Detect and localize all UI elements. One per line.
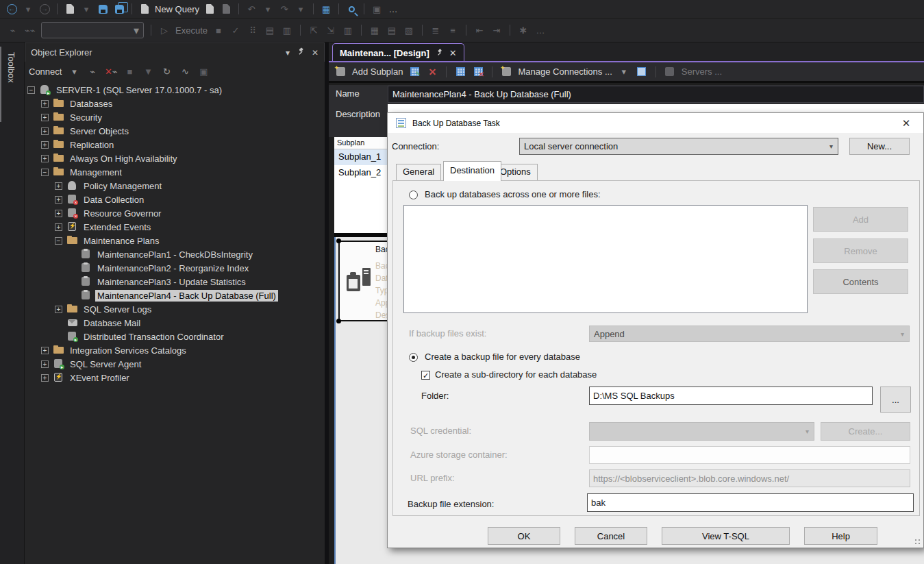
disconnect-icon[interactable]: ✕⌁ bbox=[105, 65, 117, 77]
close-icon[interactable]: ✕ bbox=[312, 48, 319, 58]
backup-file-extension-input[interactable]: bak bbox=[587, 493, 914, 512]
table-designer-icon[interactable]: ▦ bbox=[320, 3, 332, 15]
connection-combobox[interactable]: Local server connection ▾ bbox=[519, 138, 838, 155]
tree-item[interactable]: +Replication bbox=[25, 138, 325, 151]
refresh-icon[interactable]: ↻ bbox=[160, 65, 173, 77]
toolbar-overflow-icon[interactable]: … bbox=[387, 3, 399, 15]
tree-item[interactable]: +XEvent Profiler bbox=[25, 371, 325, 384]
tree-item[interactable]: +Server Objects bbox=[25, 124, 325, 138]
tree-item[interactable]: −Management bbox=[25, 165, 325, 179]
subplan-row[interactable]: Subplan_2 bbox=[334, 165, 388, 181]
tree-item[interactable]: +▸Distributed Transaction Coordinator bbox=[25, 330, 325, 343]
contents-button[interactable]: Contents bbox=[813, 269, 908, 294]
manage-connections-button[interactable]: Manage Connections ... bbox=[518, 66, 612, 77]
expand-icon[interactable]: + bbox=[41, 374, 49, 382]
delete-subplan-icon[interactable]: ✕ bbox=[426, 66, 438, 78]
connect-dropdown-icon[interactable]: ▾ bbox=[68, 65, 80, 77]
collapse-icon[interactable]: − bbox=[55, 237, 62, 245]
connect-object-explorer-icon[interactable]: ⌁ bbox=[86, 65, 99, 77]
tree-item[interactable]: +▸SQL Server Agent bbox=[25, 357, 325, 371]
add-subplan-icon[interactable]: ✦ bbox=[334, 66, 347, 78]
expand-icon[interactable]: + bbox=[41, 127, 49, 135]
resize-handle[interactable] bbox=[336, 319, 341, 323]
view-tsql-button[interactable]: View T-SQL bbox=[662, 527, 790, 545]
new-query-button[interactable]: New Query bbox=[155, 4, 199, 14]
tree-item[interactable]: +MaintenancePlan2 - Reorganize Index bbox=[25, 261, 325, 275]
expand-icon[interactable]: + bbox=[55, 210, 62, 217]
tree-item[interactable]: +×Data Collection bbox=[25, 193, 325, 206]
tree-item[interactable]: −▸SERVER-1 (SQL Server 17.0.1000.7 - sa) bbox=[25, 83, 325, 97]
radio-backup-across-files[interactable] bbox=[409, 191, 418, 199]
save-icon[interactable] bbox=[97, 3, 109, 15]
expand-icon[interactable]: + bbox=[55, 182, 62, 190]
query-document-icon[interactable] bbox=[203, 3, 216, 15]
pin-icon[interactable] bbox=[297, 47, 305, 58]
tree-item[interactable]: −Maintenance Plans bbox=[25, 234, 325, 247]
activity-monitor-icon[interactable]: ∿ bbox=[179, 65, 191, 77]
manage-connections-dropdown-icon[interactable]: ▾ bbox=[618, 66, 630, 78]
manage-connections-icon[interactable]: ✦ bbox=[500, 66, 512, 78]
database-combobox[interactable]: ▾ bbox=[41, 22, 144, 38]
find-in-files-icon[interactable] bbox=[345, 3, 358, 15]
new-connection-button[interactable]: New... bbox=[849, 138, 910, 155]
dialog-tab-destination[interactable]: Destination bbox=[443, 161, 501, 181]
tree-item[interactable]: +Integration Services Catalogs bbox=[25, 343, 325, 357]
resize-grip[interactable] bbox=[914, 539, 921, 545]
tree-item[interactable]: +Database Mail bbox=[25, 316, 325, 330]
browse-folder-button[interactable]: ... bbox=[880, 387, 911, 413]
expand-icon[interactable]: + bbox=[41, 155, 49, 162]
ok-button[interactable]: OK bbox=[488, 527, 560, 545]
tree-item[interactable]: +MaintenancePlan1 - CheckDBsIntegrity bbox=[25, 247, 325, 261]
dialog-title-bar[interactable]: Back Up Database Task ✕ bbox=[388, 113, 923, 133]
expand-icon[interactable]: + bbox=[55, 196, 62, 204]
subplan-schedule-icon[interactable] bbox=[454, 66, 466, 78]
expand-icon[interactable]: + bbox=[55, 306, 62, 313]
expand-icon[interactable]: + bbox=[41, 360, 49, 368]
new-query-icon[interactable] bbox=[138, 3, 151, 15]
expand-icon[interactable]: + bbox=[41, 141, 49, 149]
collapse-icon[interactable]: − bbox=[27, 86, 35, 94]
cancel-button[interactable]: Cancel bbox=[575, 527, 647, 545]
expand-icon[interactable]: + bbox=[41, 100, 49, 108]
help-button[interactable]: Help bbox=[804, 527, 877, 545]
connect-button[interactable]: Connect bbox=[29, 66, 62, 77]
remove-schedule-icon[interactable]: ✕ bbox=[472, 66, 484, 78]
window-position-icon[interactable]: ▾ bbox=[286, 48, 290, 58]
tree-item[interactable]: +×Resource Governor bbox=[25, 206, 325, 220]
reporting-icon[interactable] bbox=[636, 66, 648, 78]
tree-item[interactable]: +SQL Server Logs bbox=[25, 302, 325, 316]
object-explorer-icon[interactable]: ▣ bbox=[371, 3, 383, 15]
tree-item[interactable]: +MaintenancePlan4 - Back Up Database (Fu… bbox=[25, 289, 325, 302]
expand-icon[interactable]: + bbox=[41, 347, 49, 354]
expand-icon[interactable]: + bbox=[41, 114, 49, 121]
tree-item[interactable]: +Policy Management bbox=[25, 179, 325, 193]
radio-backup-file-every-database[interactable] bbox=[409, 353, 418, 362]
expand-icon[interactable]: + bbox=[55, 223, 62, 231]
dax-query-icon[interactable] bbox=[220, 3, 232, 15]
new-file-icon[interactable] bbox=[64, 3, 76, 15]
subplan-properties-icon[interactable]: ✎ bbox=[408, 66, 421, 78]
folder-input[interactable]: D:\MS SQL Backups bbox=[589, 387, 873, 405]
resize-handle[interactable] bbox=[336, 238, 341, 243]
navigate-back-dropdown-icon[interactable]: ▾ bbox=[22, 3, 34, 15]
tree-item[interactable]: +Security bbox=[25, 110, 325, 124]
tree-item[interactable]: +Databases bbox=[25, 97, 325, 110]
subplan-row[interactable]: Subplan_1 bbox=[334, 149, 388, 165]
tree-item[interactable]: +MaintenancePlan3 - Update Statistics bbox=[25, 275, 325, 289]
dialog-tab-general[interactable]: General bbox=[396, 164, 441, 181]
collapse-icon[interactable]: − bbox=[41, 169, 49, 176]
toolbar-overflow-icon[interactable]: … bbox=[534, 24, 547, 36]
tree-item[interactable]: +Extended Events bbox=[25, 220, 325, 234]
backup-files-listbox[interactable] bbox=[403, 205, 808, 313]
checkbox-create-subdirectory[interactable]: ✓ bbox=[421, 371, 430, 380]
pin-icon[interactable] bbox=[436, 48, 443, 58]
tab-maintenance-plan-design[interactable]: Maintenan... [Design] ✕ bbox=[332, 43, 464, 62]
add-subplan-button[interactable]: Add Subplan bbox=[352, 66, 403, 77]
new-file-dropdown-icon[interactable]: ▾ bbox=[80, 3, 92, 15]
close-icon[interactable]: ✕ bbox=[899, 116, 914, 131]
tree-item[interactable]: +Always On High Availability bbox=[25, 151, 325, 165]
close-tab-icon[interactable]: ✕ bbox=[449, 48, 457, 58]
plan-name-input[interactable]: MaintenancePlan4 - Back Up Database (Ful… bbox=[388, 86, 924, 103]
navigate-back-icon[interactable]: ← bbox=[5, 3, 18, 15]
toolbox-tab[interactable]: Toolbox bbox=[0, 47, 25, 122]
